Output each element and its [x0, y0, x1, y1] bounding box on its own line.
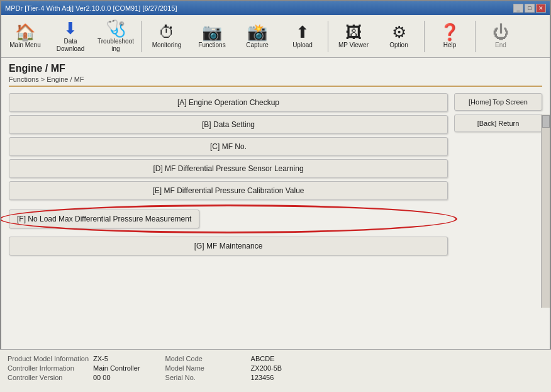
model-name-value: ZX200-5B — [251, 364, 282, 372]
statusbar: Product Model Information ZX-5 Controlle… — [0, 349, 551, 392]
product-model-value: ZX-5 — [93, 355, 108, 362]
titlebar-controls: _ □ ✕ — [513, 4, 546, 13]
toolbar-upload[interactable]: ⬆ Upload — [281, 18, 324, 55]
serial-no-value: 123456 — [251, 374, 274, 381]
main-area: [A] Engine Operation Checkup [B] Data Se… — [9, 93, 542, 255]
button-c[interactable]: [C] MF No. — [9, 137, 448, 156]
toolbar-main-menu[interactable]: 🏠 Main Menu — [4, 18, 47, 55]
serial-no-label: Serial No. — [165, 374, 247, 381]
content-area: Engine / MF Functions > Engine / MF [A] … — [1, 58, 550, 350]
toolbar-main-menu-label: Main Menu — [9, 42, 40, 49]
toolbar-option-label: Option — [389, 42, 408, 49]
product-model-label: Product Model Information — [8, 355, 89, 362]
upload-icon: ⬆ — [296, 24, 309, 40]
controller-info-label: Controller Information — [8, 364, 89, 372]
toolbar-functions-label: Functions — [198, 42, 225, 49]
end-icon: ⏻ — [493, 24, 509, 40]
scroll-thumb[interactable] — [542, 115, 550, 128]
status-row-serial: Serial No. 123456 — [165, 374, 282, 381]
toolbar-troubleshoot[interactable]: 🩺 Troubleshooting — [94, 18, 137, 55]
button-f[interactable]: [F] No Load Max Differential Pressure Me… — [9, 210, 199, 228]
toolbar-sep-3 — [424, 21, 425, 52]
button-f-wrapper: [F] No Load Max Differential Pressure Me… — [9, 210, 448, 228]
troubleshoot-icon: 🩺 — [106, 20, 126, 36]
toolbar-sep-2 — [328, 21, 328, 52]
controller-info-value: Main Controller — [93, 364, 140, 372]
monitoring-icon: ⏱ — [159, 24, 175, 40]
back-button[interactable]: [Back] Return — [454, 115, 542, 132]
option-icon: ⚙ — [392, 24, 406, 40]
toolbar-capture-label: Capture — [246, 42, 269, 49]
titlebar-title: MPDr [Tier-4 With Adj] Ver2.10.0.0 [COM9… — [5, 4, 177, 12]
functions-icon: 📷 — [202, 24, 222, 40]
minimize-button[interactable]: _ — [513, 4, 523, 13]
controller-version-label: Controller Version — [8, 374, 89, 381]
button-d[interactable]: [D] MF Differential Pressure Sensor Lear… — [9, 159, 448, 178]
close-button[interactable]: ✕ — [536, 4, 546, 13]
toolbar-end[interactable]: ⏻ End — [479, 18, 522, 55]
mp-viewer-icon: 🖼 — [345, 24, 362, 40]
toolbar-monitoring-label: Monitoring — [152, 42, 182, 49]
titlebar: MPDr [Tier-4 With Adj] Ver2.10.0.0 [COM9… — [1, 1, 550, 15]
status-row-product: Product Model Information ZX-5 — [8, 355, 140, 362]
right-buttons: [Home] Top Screen [Back] Return — [454, 93, 542, 255]
model-name-label: Model Name — [165, 364, 247, 372]
breadcrumb: Functions > Engine / MF — [9, 76, 542, 83]
model-code-value: ABCDE — [251, 355, 275, 362]
toolbar-upload-label: Upload — [292, 42, 313, 49]
status-col-1: Product Model Information ZX-5 Controlle… — [8, 355, 140, 381]
page-title: Engine / MF — [9, 63, 542, 74]
status-col-2: Model Code ABCDE Model Name ZX200-5B Ser… — [165, 355, 282, 381]
toolbar-end-label: End — [495, 42, 506, 49]
page-header: Engine / MF Functions > Engine / MF — [9, 63, 542, 87]
status-row-version: Controller Version 00 00 — [8, 374, 140, 381]
button-a[interactable]: [A] Engine Operation Checkup — [9, 93, 448, 112]
capture-icon: 📸 — [247, 24, 267, 40]
status-row-model-name: Model Name ZX200-5B — [165, 364, 282, 372]
main-menu-icon: 🏠 — [15, 24, 35, 40]
button-b[interactable]: [B] Data Setting — [9, 115, 448, 134]
toolbar: 🏠 Main Menu ⬇ DataDownload 🩺 Troubleshoo… — [1, 15, 550, 58]
toolbar-data-download[interactable]: ⬇ DataDownload — [49, 18, 92, 55]
toolbar-sep-1 — [141, 21, 142, 52]
scrollbar[interactable] — [541, 115, 550, 308]
button-e[interactable]: [E] MF Differential Pressure Calibration… — [9, 181, 448, 200]
toolbar-help[interactable]: ❓ Help — [428, 18, 471, 55]
home-button[interactable]: [Home] Top Screen — [454, 93, 542, 111]
menu-buttons: [A] Engine Operation Checkup [B] Data Se… — [9, 93, 448, 255]
toolbar-capture[interactable]: 📸 Capture — [236, 18, 279, 55]
help-icon: ❓ — [440, 24, 460, 40]
model-code-label: Model Code — [165, 355, 247, 362]
maximize-button[interactable]: □ — [525, 4, 535, 13]
toolbar-mp-viewer[interactable]: 🖼 MP Viewer — [332, 18, 375, 55]
toolbar-monitoring[interactable]: ⏱ Monitoring — [145, 18, 188, 55]
toolbar-mp-viewer-label: MP Viewer — [338, 42, 369, 49]
toolbar-functions[interactable]: 📷 Functions — [191, 18, 233, 55]
toolbar-help-label: Help — [443, 42, 457, 49]
button-g[interactable]: [G] MF Maintenance — [9, 237, 448, 255]
status-row-model-code: Model Code ABCDE — [165, 355, 282, 362]
toolbar-option[interactable]: ⚙ Option — [377, 18, 420, 55]
toolbar-troubleshoot-label: Troubleshooting — [97, 38, 134, 53]
status-row-controller: Controller Information Main Controller — [8, 364, 140, 372]
toolbar-sep-4 — [475, 21, 476, 52]
data-download-icon: ⬇ — [64, 20, 77, 36]
controller-version-value: 00 00 — [93, 374, 111, 381]
toolbar-data-download-label: DataDownload — [57, 38, 84, 53]
